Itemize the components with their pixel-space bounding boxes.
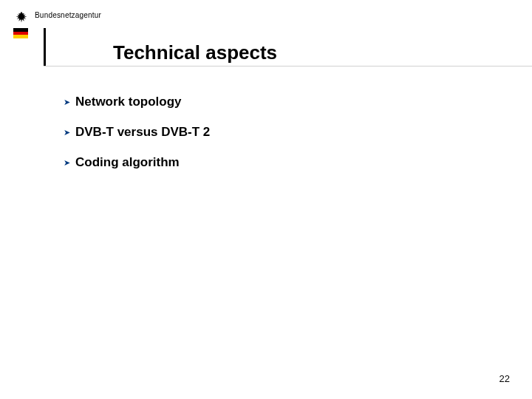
content-area: ➤ Network topology ➤ DVB-T versus DVB-T …	[64, 95, 502, 185]
eagle-icon	[13, 10, 30, 27]
chevron-right-icon: ➤	[64, 155, 70, 171]
list-item: ➤ DVB-T versus DVB-T 2	[64, 125, 502, 140]
title-vertical-bar	[44, 28, 46, 66]
list-item: ➤ Network topology	[64, 95, 502, 110]
chevron-right-icon: ➤	[64, 125, 70, 140]
bullet-text: DVB-T versus DVB-T 2	[75, 125, 210, 140]
org-name: Bundesnetzagentur	[35, 11, 101, 19]
flag-icon	[13, 28, 28, 38]
chevron-right-icon: ➤	[64, 95, 70, 110]
page-number: 22	[499, 373, 510, 384]
slide-title: Technical aspects	[113, 41, 277, 64]
bullet-text: Coding algorithm	[75, 155, 180, 170]
bullet-text: Network topology	[75, 95, 182, 109]
list-item: ➤ Coding algorithm	[64, 155, 502, 171]
title-underline	[44, 66, 532, 66]
slide: Bundesnetzagentur Technical aspects ➤ Ne…	[0, 0, 532, 399]
header: Bundesnetzagentur	[0, 0, 532, 44]
